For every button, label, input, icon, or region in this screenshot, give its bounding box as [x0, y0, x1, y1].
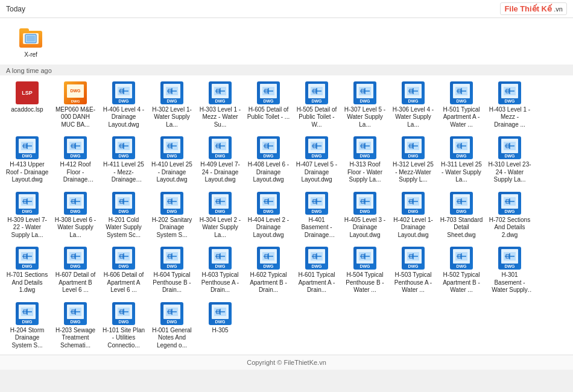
label-h411: H-411 Level 25 - Mezz-Drainage Layout...: [102, 161, 145, 184]
file-item-h305[interactable]: DWG H-305: [197, 299, 244, 353]
file-item-h204[interactable]: DWG H-204 Storm Drainage System S...: [4, 299, 51, 353]
icon-h308: DWG: [63, 191, 87, 215]
file-item-h401[interactable]: DWG H-401 Basement - Drainage Layout.dwg: [293, 188, 340, 242]
file-item-h310[interactable]: DWG H-310 Level 23-24 - Water Supply La.…: [486, 133, 533, 187]
label-h603: H-603 Typical Penthouse A - Drain...: [198, 271, 242, 294]
label-h701: H-701 Sections And Details 1.dwg: [5, 271, 49, 294]
file-item-h412[interactable]: DWG H-412 Roof Floor - Drainage Layout.d…: [52, 133, 99, 187]
file-item-h407[interactable]: DWG H-407 Level 5 - Drainage Layout.dwg: [293, 133, 340, 187]
icon-h306: DWG: [401, 81, 425, 105]
file-item-h504[interactable]: DWG H-504 Typical Penthouse B - Water ..…: [341, 243, 388, 297]
file-item-h503[interactable]: DWG H-503 Typical Penthouse A - Water ..…: [390, 243, 437, 297]
icon-h505: DWG: [305, 81, 329, 105]
label-mep060: MEP060 M&E-000 DANH MUC BA...: [54, 106, 97, 129]
icon-h503: DWG: [401, 246, 425, 270]
file-item-h302[interactable]: DWG H-302 Level 1-Water Supply La...: [148, 78, 195, 132]
file-item-h406[interactable]: DWG H-406 Level 4 - Drainage Layout.dwg: [100, 78, 147, 132]
file-item-h605[interactable]: DWG H-605 Detail of Public Toilet - ...: [245, 78, 292, 132]
file-item-h307[interactable]: DWG H-307 Level 5 - Water Supply La...: [341, 78, 388, 132]
file-item-h001[interactable]: DWG H-001 General Notes And Legend o...: [148, 299, 195, 353]
file-item-h312[interactable]: DWG H-312 Level 25 - Mezz-Water Supply L…: [390, 133, 437, 187]
label-h703: H-703 Standard Detail Sheet.dwg: [440, 217, 483, 239]
icon-h408: DWG: [256, 136, 280, 160]
label-h412: H-412 Roof Floor - Drainage Layout.dwg: [54, 161, 97, 184]
file-item-h604[interactable]: DWG H-604 Typical Penthouse B - Drain...: [148, 243, 195, 297]
file-label-xref: X-ref: [24, 51, 37, 59]
top-bar: Today File Thiết Kế .vn: [0, 0, 573, 18]
label-h306: H-306 Level 4 - Water Supply La...: [391, 106, 435, 129]
file-item-h304[interactable]: DWG H-304 Level 2 - Water Supply La...: [197, 188, 244, 242]
icon-h403: DWG: [498, 81, 522, 105]
file-item-h405[interactable]: DWG H-405 Level 3 - Drainage Layout.dwg: [341, 188, 388, 242]
logo-file: File: [504, 4, 518, 13]
file-item-h410[interactable]: DWG H-410 Level 25 - Drainage Layout.dwg: [148, 133, 195, 187]
file-item-h309[interactable]: DWG H-309 Level 7-22 - Water Supply La..…: [4, 188, 51, 242]
label-h312: H-312 Level 25 - Mezz-Water Supply L...: [391, 161, 435, 184]
label-h408: H-408 Level 6 - Drainage Layout.dwg: [247, 161, 290, 184]
icon-h406: DWG: [112, 81, 136, 105]
file-item-h505[interactable]: DWG H-505 Detail of Public Toilet - W...: [293, 78, 340, 132]
file-item-h413[interactable]: DWG H-413 Upper Roof - Drainage Layout.d…: [4, 133, 51, 187]
label-h410: H-410 Level 25 - Drainage Layout.dwg: [150, 161, 194, 184]
icon-h410: DWG: [160, 136, 184, 160]
file-item-h411[interactable]: DWG H-411 Level 25 - Mezz-Drainage Layou…: [100, 133, 147, 187]
file-item-h602[interactable]: DWG H-602 Typical Apartment B - Drain...: [245, 243, 292, 297]
icon-h404: DWG: [256, 191, 280, 215]
file-item-h101[interactable]: DWG H-101 Site Plan - Utilities Connecti…: [100, 299, 147, 353]
file-item-h603[interactable]: DWG H-603 Typical Penthouse A - Drain...: [197, 243, 244, 297]
file-item-h311[interactable]: DWG H-311 Level 25 - Water Supply La...: [438, 133, 485, 187]
icon-h603: DWG: [208, 246, 232, 270]
label-h504: H-504 Typical Penthouse B - Water ...: [343, 271, 387, 294]
label-h305: H-305: [212, 327, 228, 335]
label-h402: H-402 Level 1-Drainage Layout.dwg: [391, 217, 435, 239]
file-item-h303[interactable]: DWG H-303 Level 1 -Mezz - Water Su...: [197, 78, 244, 132]
file-item-h408[interactable]: DWG H-408 Level 6 - Drainage Layout.dwg: [245, 133, 292, 187]
file-item-h404[interactable]: DWG H-404 Level 2 - Drainage Layout.dwg: [245, 188, 292, 242]
icon-h310: DWG: [498, 136, 522, 160]
label-h407: H-407 Level 5 - Drainage Layout.dwg: [295, 161, 338, 184]
icon-h303: DWG: [208, 81, 232, 105]
file-item-h203[interactable]: DWG H-203 Sewage Treatment Schemati...: [52, 299, 99, 353]
label-h401: H-401 Basement - Drainage Layout.dwg: [295, 217, 338, 239]
icon-mep060: DWG DWG: [63, 81, 87, 105]
icon-h405: DWG: [353, 191, 377, 215]
icon-h101: DWG: [112, 302, 136, 326]
file-item-h202[interactable]: DWG H-202 Sanitary Drainage System S...: [148, 188, 195, 242]
file-item-h701[interactable]: DWG H-701 Sections And Details 1.dwg: [4, 243, 51, 297]
icon-h409: DWG: [208, 136, 232, 160]
file-item-xref[interactable]: X-ref: [7, 23, 54, 62]
icon-h604: DWG: [160, 246, 184, 270]
label-h406: H-406 Level 4 - Drainage Layout.dwg: [102, 106, 145, 129]
label-h413: H-413 Upper Roof - Drainage Layout.dwg: [5, 161, 49, 184]
file-item-h313[interactable]: DWG H-313 Roof Floor - Water Supply La..…: [341, 133, 388, 187]
file-item-h409[interactable]: DWG H-409 Level 7-24 - Drainage Layout.d…: [197, 133, 244, 187]
file-item-h308[interactable]: DWG H-308 Level 6 - Water Supply La...: [52, 188, 99, 242]
file-item-h402[interactable]: DWG H-402 Level 1-Drainage Layout.dwg: [390, 188, 437, 242]
icon-h411: DWG: [112, 136, 136, 160]
icon-h605: DWG: [256, 81, 280, 105]
icon-h701: DWG: [15, 246, 39, 270]
today-section-label: Today: [6, 5, 25, 13]
icon-h412: DWG: [63, 136, 87, 160]
label-h405: H-405 Level 3 - Drainage Layout.dwg: [343, 217, 387, 239]
file-item-h301[interactable]: DWG H-301 Basement - Water Supply La...: [486, 243, 533, 297]
file-item-mep060[interactable]: DWG DWG MEP060 M&E-000 DANH MUC BA...: [52, 78, 99, 132]
file-item-h606[interactable]: DWG H-606 Detail of Apartment A Level 6 …: [100, 243, 147, 297]
file-item-acaddoc[interactable]: LSP acaddoc.lsp: [4, 78, 51, 132]
label-h204: H-204 Storm Drainage System S...: [5, 327, 49, 350]
file-item-h702[interactable]: DWG H-702 Sections And Details 2.dwg: [486, 188, 533, 242]
file-item-h703[interactable]: DWG H-703 Standard Detail Sheet.dwg: [438, 188, 485, 242]
label-h607: H-607 Detail of Apartment B Level 6 ...: [54, 271, 97, 294]
file-item-h502[interactable]: DWG H-502 Typical Apartment B - Water ..…: [438, 243, 485, 297]
section-today: X-ref: [0, 18, 573, 65]
file-item-h501[interactable]: DWG H-501 Typical Apartment A - Water ..…: [438, 78, 485, 132]
icon-h407: DWG: [305, 136, 329, 160]
label-h202: H-202 Sanitary Drainage System S...: [150, 217, 194, 239]
file-item-h607[interactable]: DWG H-607 Detail of Apartment B Level 6 …: [52, 243, 99, 297]
file-item-h601[interactable]: DWG H-601 Typical Apartment A - Drain...: [293, 243, 340, 297]
copyright-bar: Copyright © FileThietKe.vn: [0, 355, 573, 370]
label-h505: H-505 Detail of Public Toilet - W...: [295, 106, 338, 129]
file-item-h306[interactable]: DWG H-306 Level 4 - Water Supply La...: [390, 78, 437, 132]
file-item-h403[interactable]: DWG H-403 Level 1 -Mezz - Drainage ...: [486, 78, 533, 132]
file-item-h201[interactable]: DWG H-201 Cold Water Supply System Sc...: [100, 188, 147, 242]
